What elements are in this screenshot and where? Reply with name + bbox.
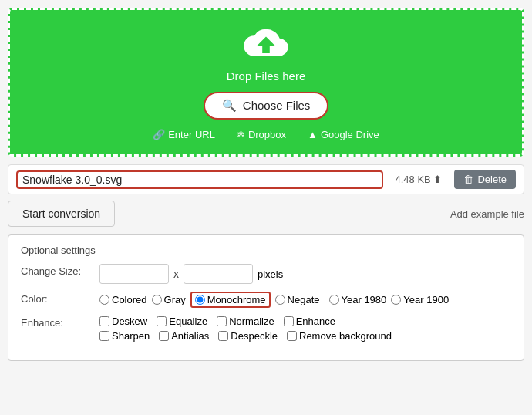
add-example-link[interactable]: Add example file [450,208,524,220]
enhance-controls: Deskew Equalize Normalize Enhance Sharpe… [99,315,392,342]
drive-icon: ▲ [308,129,318,140]
color-label: Color: [21,292,90,305]
action-row: Start conversion Add example file [8,201,524,227]
enter-url-link[interactable]: 🔗 Enter URL [153,129,215,140]
upload-icon: ⬆ [433,174,442,185]
enhance-antialias[interactable]: Antialias [159,330,209,342]
enhance-row1: Deskew Equalize Normalize Enhance [99,315,392,327]
enhance-equalize[interactable]: Equalize [157,315,207,327]
color-option-gray[interactable]: Gray [152,294,186,305]
enhance-normalize[interactable]: Normalize [217,315,274,327]
dropbox-link[interactable]: ❄ Dropbox [237,129,286,140]
drop-zone[interactable]: Drop Files here 🔍 Choose Files 🔗 Enter U… [8,8,524,157]
size-controls: x pixels [99,264,283,284]
color-option-monochrome[interactable]: Monochrome [190,292,271,308]
size-height-input[interactable] [184,264,253,284]
link-icon: 🔗 [153,129,165,140]
enhance-label: Enhance: [21,315,90,329]
optional-settings-panel: Optional settings Change Size: x pixels … [8,234,524,361]
color-option-year1900[interactable]: Year 1900 [391,294,449,305]
enhance-remove-background[interactable]: Remove background [287,330,392,342]
settings-title: Optional settings [21,245,511,256]
color-option-year1980[interactable]: Year 1980 [329,294,387,305]
trash-icon: 🗑 [463,174,473,185]
change-size-row: Change Size: x pixels [21,264,511,284]
enhance-row: Enhance: Deskew Equalize Normalize Enhan… [21,315,511,342]
enhance-sharpen[interactable]: Sharpen [99,330,150,342]
enhance-row2: Sharpen Antialias Despeckle Remove backg… [99,330,392,342]
color-option-colored[interactable]: Colored [99,294,147,305]
size-unit-label: pixels [258,268,283,280]
enhance-despeckle[interactable]: Despeckle [218,330,278,342]
choose-files-button[interactable]: 🔍 Choose Files [204,92,329,120]
enhance-enhance[interactable]: Enhance [284,315,335,327]
size-x-separator: x [173,268,179,280]
drop-label: Drop Files here [18,69,514,83]
search-icon: 🔍 [222,99,237,112]
change-size-label: Change Size: [21,264,90,277]
color-option-negate[interactable]: Negate [275,294,320,305]
file-size: 4.48 KB ⬆ [396,174,443,185]
file-name: Snowflake 3.0_0.svg [16,170,383,189]
color-controls: Colored Gray Monochrome Negate Year 1980… [99,292,449,308]
upload-cloud-icon [243,25,289,65]
drop-links: 🔗 Enter URL ❄ Dropbox ▲ Google Drive [18,129,514,140]
size-width-input[interactable] [99,264,169,284]
enhance-deskew[interactable]: Deskew [99,315,147,327]
file-row: Snowflake 3.0_0.svg 4.48 KB ⬆ 🗑 Delete [8,164,524,194]
google-drive-link[interactable]: ▲ Google Drive [308,129,379,140]
dropbox-icon: ❄ [237,129,245,140]
color-row: Color: Colored Gray Monochrome Negate Ye… [21,292,511,308]
start-conversion-button[interactable]: Start conversion [8,201,115,227]
delete-button[interactable]: 🗑 Delete [454,170,516,189]
